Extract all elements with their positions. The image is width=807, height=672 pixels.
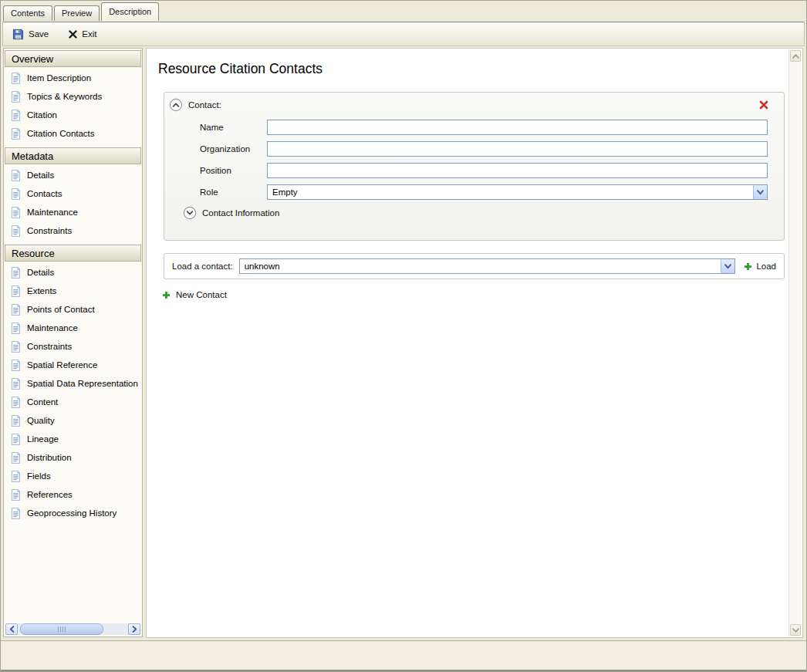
status-bar xyxy=(0,640,807,672)
sidebar-item-label: Topics & Keywords xyxy=(27,92,102,101)
scroll-down-button[interactable] xyxy=(790,624,801,636)
role-dropdown-button[interactable] xyxy=(753,185,767,199)
save-label: Save xyxy=(29,29,49,39)
exit-button[interactable]: Exit xyxy=(69,29,96,39)
sidebar-item-label: Item Description xyxy=(27,73,91,83)
scroll-left-icon xyxy=(9,626,15,633)
page-icon xyxy=(11,415,21,427)
page-icon xyxy=(11,285,21,297)
sidebar-item-content[interactable]: Content xyxy=(4,393,142,411)
scrollbar-thumb[interactable] xyxy=(20,623,103,635)
load-contact-selected-value: unknown xyxy=(245,259,280,273)
page-icon xyxy=(11,304,21,316)
scroll-up-button[interactable] xyxy=(790,50,801,62)
load-button-label: Load xyxy=(756,262,776,271)
page-icon xyxy=(11,341,21,353)
page-icon xyxy=(11,170,21,181)
scroll-down-icon xyxy=(792,628,799,633)
sidebar-item-label: Points of Contact xyxy=(27,305,95,314)
chevron-down-icon xyxy=(724,264,731,269)
page-title: Resource Citation Contacts xyxy=(158,61,802,77)
save-button[interactable]: Save xyxy=(12,29,49,40)
sidebar-item-resource-constraints[interactable]: Constraints xyxy=(4,337,142,356)
sidebar-item-metadata-maintenance[interactable]: Maintenance xyxy=(4,203,142,221)
editor-main-panel: Resource Citation Contacts Contact: Name… xyxy=(146,48,803,638)
organization-input[interactable] xyxy=(267,141,768,157)
sidebar-item-label: Maintenance xyxy=(27,208,78,217)
sidebar-item-label: Maintenance xyxy=(27,323,78,333)
collapse-contact-button[interactable] xyxy=(169,98,183,112)
page-icon xyxy=(11,360,21,371)
sidebar-item-label: Quality xyxy=(27,416,55,425)
sidebar-item-label: Spatial Data Representation xyxy=(27,379,138,388)
load-contact-panel: Load a contact: unknown Load xyxy=(164,253,785,279)
position-field-row: Position xyxy=(200,163,784,178)
position-input[interactable] xyxy=(267,163,768,178)
contact-information-row: Contact Information xyxy=(183,206,784,220)
sidebar-item-label: Fields xyxy=(27,471,51,481)
page-icon xyxy=(11,128,21,140)
sidebar-horizontal-scrollbar[interactable] xyxy=(5,623,140,635)
sidebar-item-quality[interactable]: Quality xyxy=(4,411,142,430)
sidebar-item-lineage[interactable]: Lineage xyxy=(4,430,142,448)
new-contact-button[interactable]: New Contact xyxy=(162,290,227,299)
sidebar-item-label: Details xyxy=(27,171,54,180)
page-icon xyxy=(11,267,21,279)
contact-panel: Contact: Name Organization Position Role… xyxy=(164,92,785,241)
tab-preview[interactable]: Preview xyxy=(54,5,100,21)
load-contact-dropdown-button[interactable] xyxy=(721,259,734,273)
organization-label: Organization xyxy=(200,144,267,154)
role-label: Role xyxy=(200,187,267,197)
sidebar-item-references[interactable]: References xyxy=(4,485,142,504)
sidebar-item-distribution[interactable]: Distribution xyxy=(4,448,142,467)
sidebar-item-spatial-reference[interactable]: Spatial Reference xyxy=(4,356,142,374)
contact-panel-header: Contact: xyxy=(164,93,784,120)
sidebar-item-item-description[interactable]: Item Description xyxy=(4,69,142,87)
contact-header-label: Contact: xyxy=(188,100,221,110)
role-select[interactable]: Empty xyxy=(267,184,768,200)
load-button[interactable]: Load xyxy=(744,262,776,271)
main-vertical-scrollbar[interactable] xyxy=(788,49,802,637)
sidebar-item-points-of-contact[interactable]: Points of Contact xyxy=(4,300,142,319)
page-icon xyxy=(11,188,21,200)
sidebar-item-extents[interactable]: Extents xyxy=(4,282,142,300)
name-input[interactable] xyxy=(267,120,768,135)
sidebar-item-metadata-details[interactable]: Details xyxy=(4,166,142,184)
sidebar-item-label: Extents xyxy=(27,286,56,295)
sidebar-item-resource-details[interactable]: Details xyxy=(4,263,142,282)
page-icon xyxy=(11,110,21,121)
scroll-left-button[interactable] xyxy=(5,623,18,635)
sidebar-item-citation-contacts[interactable]: Citation Contacts xyxy=(4,124,142,143)
view-tabbar: Contents Preview Description xyxy=(3,2,160,21)
sidebar-item-resource-maintenance[interactable]: Maintenance xyxy=(4,319,142,337)
sidebar-item-label: Distribution xyxy=(27,453,72,462)
sidebar-item-geoprocessing-history[interactable]: Geoprocessing History xyxy=(4,504,142,522)
sidebar-item-fields[interactable]: Fields xyxy=(4,467,142,485)
page-icon xyxy=(11,91,21,103)
page-icon xyxy=(11,207,21,218)
new-contact-label: New Contact xyxy=(176,290,227,299)
sidebar-item-label: Geoprocessing History xyxy=(27,508,116,518)
name-field-row: Name xyxy=(200,120,784,135)
contact-information-label: Contact Information xyxy=(202,208,279,218)
tab-contents[interactable]: Contents xyxy=(3,5,52,21)
sidebar-item-metadata-contacts[interactable]: Contacts xyxy=(4,184,142,203)
sidebar-item-label: Constraints xyxy=(27,226,72,235)
name-label: Name xyxy=(200,123,267,132)
tab-description[interactable]: Description xyxy=(101,2,159,21)
plus-icon xyxy=(162,291,171,299)
sidebar-item-topics-keywords[interactable]: Topics & Keywords xyxy=(4,87,142,106)
scroll-up-icon xyxy=(792,54,799,59)
sidebar-item-metadata-constraints[interactable]: Constraints xyxy=(4,221,142,240)
sidebar-item-label: Spatial Reference xyxy=(27,360,97,370)
sidebar-item-citation[interactable]: Citation xyxy=(4,106,142,124)
page-icon xyxy=(11,452,21,464)
load-contact-select[interactable]: unknown xyxy=(239,258,736,274)
metadata-nav-sidebar: Overview Item Description Topics & Keywo… xyxy=(3,48,143,637)
sidebar-item-spatial-data-representation[interactable]: Spatial Data Representation xyxy=(4,374,142,393)
scroll-right-button[interactable] xyxy=(128,623,140,635)
scrollbar-track[interactable] xyxy=(19,623,127,635)
expand-contact-information-button[interactable] xyxy=(183,206,197,220)
chevron-up-circle-icon xyxy=(169,98,183,112)
delete-contact-button[interactable] xyxy=(759,100,768,110)
